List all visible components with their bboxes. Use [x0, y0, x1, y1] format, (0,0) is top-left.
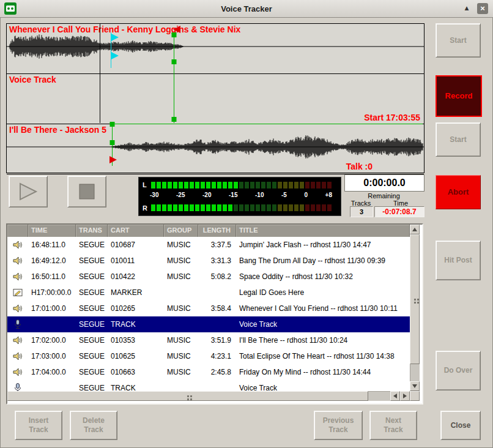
cell-time: 16:49:12.0 — [28, 256, 76, 265]
meter-right-label: R — [143, 204, 147, 212]
window-title: Voice Tracker — [0, 4, 493, 13]
cell-trans: SEGUE — [76, 352, 108, 360]
vertical-scroll-thumb[interactable] — [410, 234, 420, 364]
previous-track-button[interactable]: Previous Track — [314, 411, 363, 440]
marker-icon — [7, 287, 28, 298]
cell-cart: 010422 — [108, 272, 164, 281]
cell-cart: 010687 — [108, 241, 164, 249]
cell-title: Voice Track — [236, 320, 410, 329]
meter-scale-tick: -20 — [202, 192, 211, 198]
scroll-left-button[interactable] — [390, 391, 400, 401]
cell-time: 17:03:00.0 — [28, 352, 76, 360]
cell-length: 5:08.2 — [198, 272, 236, 281]
cell-trans: SEGUE — [76, 336, 108, 345]
speaker-icon — [7, 335, 28, 346]
table-row[interactable]: 17:03:00.0SEGUE010625MUSIC4:23.1Total Ec… — [7, 348, 410, 364]
shade-window-button[interactable]: ▴ — [461, 3, 472, 14]
cell-title: I'll Be There -- rdhost 11/30 10:24 — [236, 336, 410, 345]
cell-cart: TRACK — [108, 320, 164, 329]
cell-cart: 010353 — [108, 336, 164, 345]
cell-time: 16:48:11.0 — [28, 241, 76, 249]
close-window-button[interactable]: × — [477, 3, 488, 14]
waveform-track-3[interactable]: I'll Be There - Jackson 5 Talk :0 — [7, 124, 424, 174]
track-3-title: I'll Be There - Jackson 5 — [9, 125, 106, 135]
speaker-icon — [7, 239, 28, 250]
cell-cart: 010011 — [108, 256, 164, 265]
meter-left-label: L — [143, 181, 147, 189]
hit-post-button[interactable]: Hit Post — [436, 241, 481, 280]
meter-scale-tick: -25 — [176, 192, 185, 198]
track-2-start-time: Start 17:03:55 — [364, 113, 420, 122]
waveform-track-2[interactable]: Voice Track Start 17:03:55 — [7, 74, 424, 124]
titlebar[interactable]: Voice Tracker ▴ × — [0, 0, 493, 18]
header-length[interactable]: LENGTH — [198, 225, 236, 237]
cell-trans: SEGUE — [76, 384, 108, 391]
speaker-icon — [7, 255, 28, 266]
insert-track-button[interactable]: Insert Track — [15, 411, 62, 440]
vertical-scrollbar[interactable] — [410, 225, 420, 391]
stop-button[interactable] — [67, 176, 106, 207]
close-button[interactable]: Close — [440, 411, 481, 440]
do-over-button[interactable]: Do Over — [436, 351, 481, 390]
cell-length: 3:58.4 — [198, 304, 236, 313]
table-row[interactable]: 17:01:00.0SEGUE010265MUSIC3:58.4Whenever… — [7, 301, 410, 316]
cell-trans: SEGUE — [76, 256, 108, 265]
cell-time: 17:02:00.0 — [28, 336, 76, 345]
cell-title: Jumpin' Jack Flash -- rdhost 11/30 14:47 — [236, 241, 410, 249]
play-button[interactable] — [9, 176, 48, 207]
table-header[interactable]: TIMETRANSCARTGROUPLENGTHTITLE — [7, 225, 410, 237]
cell-length: 3:37.5 — [198, 241, 236, 249]
horizontal-scroll-thumb[interactable] — [7, 391, 368, 401]
cell-group: MUSIC — [164, 368, 198, 376]
track-2-title: Voice Track — [9, 75, 56, 84]
table-row[interactable]: SEGUETRACKVoice Track — [7, 316, 410, 332]
remaining-title: Remaining — [344, 192, 423, 200]
table-row[interactable]: 17:02:00.0SEGUE010353MUSIC3:51.9I'll Be … — [7, 332, 410, 348]
header-time[interactable]: TIME — [28, 225, 76, 237]
speaker-icon — [7, 367, 28, 378]
cell-cart: MARKER — [108, 288, 164, 297]
header-group[interactable]: GROUP — [164, 225, 198, 237]
meter-left-bar — [151, 182, 332, 189]
track-1-title: Whenever I Call You Friend - Kenny Loggi… — [9, 24, 240, 34]
log-table[interactable]: TIMETRANSCARTGROUPLENGTHTITLE 16:48:11.0… — [6, 223, 423, 405]
cell-title: Legal ID Goes Here — [236, 288, 410, 297]
meter-scale-tick: -15 — [229, 192, 237, 198]
remaining-time-value: -0:07:08.7 — [374, 206, 424, 217]
app-icon — [4, 2, 17, 15]
start-track1-button[interactable]: Start — [436, 23, 481, 58]
abort-button[interactable]: Abort — [436, 175, 481, 209]
scroll-up-button[interactable] — [410, 225, 420, 234]
table-row[interactable]: 16:49:12.0SEGUE010011MUSIC3:31.3Bang The… — [7, 253, 410, 269]
speaker-icon — [7, 351, 28, 362]
cell-title: Friday On My Mind -- rdhost 11/30 14:44 — [236, 368, 410, 376]
table-row[interactable]: 17:04:00.0SEGUE010663MUSIC2:45.8Friday O… — [7, 364, 410, 380]
speaker-icon — [7, 271, 28, 282]
waveform-track-1[interactable]: Whenever I Call You Friend - Kenny Loggi… — [7, 24, 424, 74]
cell-title: Bang The Drum All Day -- rdhost 11/30 09… — [236, 256, 410, 265]
meter-scale-tick: -10 — [255, 192, 264, 198]
cell-group: MUSIC — [164, 336, 198, 345]
next-track-button[interactable]: Next Track — [369, 411, 417, 440]
header-cart[interactable]: CART — [108, 225, 164, 237]
table-row[interactable]: 16:48:11.0SEGUE010687MUSIC3:37.5Jumpin' … — [7, 237, 410, 253]
start-track3-button[interactable]: Start — [436, 122, 481, 157]
meter-scale-tick: 0 — [304, 192, 308, 198]
speaker-icon — [7, 303, 28, 314]
record-button[interactable]: Record — [436, 75, 482, 117]
header-trans[interactable]: TRANS — [76, 225, 108, 237]
delete-track-button[interactable]: Delete Track — [70, 411, 117, 440]
scroll-right-button[interactable] — [400, 391, 410, 401]
cell-group: MUSIC — [164, 352, 198, 360]
cell-trans: SEGUE — [76, 368, 108, 376]
remaining-tracks-value: 3 — [350, 206, 373, 217]
table-row[interactable]: 16:50:11.0SEGUE010422MUSIC5:08.2Space Od… — [7, 269, 410, 285]
header-icon-column[interactable] — [7, 225, 28, 237]
waveform-panel[interactable]: Whenever I Call You Friend - Kenny Loggi… — [6, 23, 424, 173]
scroll-down-button[interactable] — [410, 381, 420, 391]
horizontal-scrollbar[interactable] — [7, 391, 420, 401]
audio-meter: L R -30-25-20-15-10-50+8 — [138, 177, 341, 216]
header-title[interactable]: TITLE — [236, 225, 410, 237]
table-row[interactable]: SEGUETRACKVoice Track — [7, 380, 410, 391]
table-row[interactable]: H17:00:00.0SEGUEMARKERLegal ID Goes Here — [7, 285, 410, 301]
